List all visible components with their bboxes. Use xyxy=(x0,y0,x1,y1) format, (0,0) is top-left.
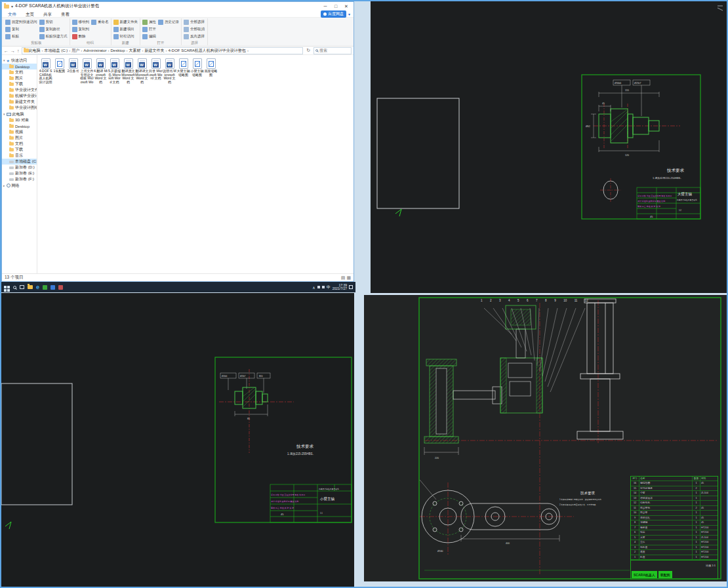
file-item[interactable]: 上传文件专用论文模板 Microsoft Word 文档 xyxy=(80,58,94,84)
nav-item[interactable]: 下载 xyxy=(2,81,37,87)
nav-item[interactable]: 本地磁盘 (C:) xyxy=(2,159,37,165)
ribbon-button[interactable]: 反向选择 xyxy=(184,33,205,40)
nav-section-this-pc[interactable]: ▾ 此电脑 xyxy=(2,111,37,117)
volume-icon[interactable] xyxy=(322,286,325,288)
file-item[interactable]: 2任务书 xyxy=(66,58,80,84)
nav-item[interactable]: 视频 xyxy=(2,129,37,135)
forward-icon[interactable]: → xyxy=(10,49,15,53)
file-item[interactable]: 说明书 Microsoft Word 文档 xyxy=(163,58,176,84)
action-center-icon[interactable] xyxy=(349,285,353,289)
file-item[interactable]: 翻译译文 Microsoft Word 文档 xyxy=(135,58,149,84)
nav-item[interactable]: 音乐 xyxy=(2,153,37,159)
breadcrumb-segment[interactable]: 此电脑 xyxy=(29,48,45,54)
ribbon-button[interactable]: 删除 xyxy=(72,33,90,40)
input-language-indicator[interactable]: 中 xyxy=(327,284,331,290)
thumbnail-view-icon[interactable]: ▦ xyxy=(346,275,351,281)
nav-item[interactable]: 新加卷 (E:) xyxy=(2,170,37,176)
ribbon-button[interactable]: 移动到 xyxy=(72,18,90,26)
file-item[interactable]: 4-DOF SCARA机器人机构设计说明书 xyxy=(39,58,52,84)
file-item[interactable]: 1装配图 xyxy=(52,58,66,84)
up-icon[interactable]: ↑ xyxy=(17,49,20,53)
chevron-down-icon[interactable]: ▾ xyxy=(3,58,5,62)
ribbon-button[interactable]: 属性 xyxy=(142,18,156,26)
network-tray-icon[interactable] xyxy=(317,286,320,288)
list-view-icon[interactable]: ▤ xyxy=(341,275,346,281)
nav-section-network[interactable]: ▸ 网络 xyxy=(2,182,37,189)
breadcrumb-segment[interactable]: 4-DOF SCARA机器人机构设计毕业设计整包 xyxy=(169,48,250,54)
ribbon-button[interactable]: 粘贴 xyxy=(5,33,37,40)
ribbon-button[interactable]: 粘贴快捷方式 xyxy=(39,33,68,40)
breadcrumb-segment[interactable]: 用户 xyxy=(71,48,83,54)
tab-home[interactable]: 主页 xyxy=(21,10,39,18)
taskbar-wechat-icon[interactable] xyxy=(43,285,47,290)
nav-item[interactable]: 图片 xyxy=(2,135,37,141)
chevron-right-icon[interactable]: ▸ xyxy=(3,184,5,187)
taskbar-clock[interactable]: 17:39 2021/7/27 xyxy=(333,284,347,291)
nav-item[interactable]: 机械毕业设计 xyxy=(2,93,37,99)
file-item[interactable]: 小臂主轴缩略图 xyxy=(190,58,204,84)
breadcrumb-segment[interactable]: 本地磁盘 (C:) xyxy=(45,48,72,54)
nav-item[interactable]: 下载 xyxy=(2,147,37,153)
promo-badge[interactable]: 百度网盘 xyxy=(321,10,346,18)
nav-item[interactable]: 新加卷 (F:) xyxy=(2,176,37,182)
nav-item[interactable]: 毕业设计文件 xyxy=(2,87,37,93)
nav-item[interactable]: 毕业设计图纸 xyxy=(2,105,37,111)
nav-item[interactable]: 3D 对象 xyxy=(2,117,37,123)
nav-item[interactable]: Desktop xyxy=(2,123,37,129)
ribbon-collapse-icon[interactable]: ▾ xyxy=(346,12,352,16)
file-item[interactable]: 翻译原文 Microsoft Word 文档 xyxy=(121,58,135,84)
nav-item[interactable]: 文档 xyxy=(2,69,37,75)
back-icon[interactable]: ← xyxy=(4,49,9,53)
ribbon-button[interactable]: 复制路径 xyxy=(39,26,68,33)
maximize-button[interactable]: □ xyxy=(331,2,341,10)
nav-item[interactable]: 文档 xyxy=(2,141,37,147)
file-item[interactable]: 底座缩略图 xyxy=(204,58,218,84)
ribbon-button[interactable]: 轻松访问 xyxy=(113,33,138,40)
nav-item[interactable]: 新建文件夹 xyxy=(2,99,37,105)
ribbon-button[interactable]: 复制到 xyxy=(72,26,90,33)
nav-item[interactable]: 新加卷 (D:) xyxy=(2,165,37,170)
taskbar-explorer-icon[interactable] xyxy=(28,285,33,289)
file-item[interactable]: 大臂主轴缩略图 xyxy=(176,58,190,84)
file-item[interactable]: 5.开题报告 Microsoft Word 文档 xyxy=(108,58,121,84)
tab-file[interactable]: 文件 xyxy=(3,10,21,18)
ribbon-button[interactable]: 新建文件夹 xyxy=(113,18,138,26)
breadcrumb-box[interactable]: 此电脑本地磁盘 (C:)用户AdministratorDesktop大素材新建文… xyxy=(22,47,304,54)
hidden-icons-icon[interactable]: ∧ xyxy=(312,285,315,290)
ribbon-button[interactable]: 重命名 xyxy=(91,18,109,26)
tab-share[interactable]: 共享 xyxy=(39,10,56,18)
taskbar-edge-icon[interactable]: e xyxy=(36,284,39,290)
file-item[interactable]: 4.翻译 Microsoft Word 文档 xyxy=(94,58,108,84)
minimize-button[interactable]: ─ xyxy=(320,2,331,10)
ribbon-button[interactable]: 复制 xyxy=(5,26,37,33)
search-box[interactable] xyxy=(313,47,352,54)
ribbon-button[interactable]: 历史记录 xyxy=(158,18,179,26)
viewport-corner-icon[interactable] xyxy=(718,6,723,10)
task-view-icon[interactable] xyxy=(20,285,24,289)
nav-item[interactable]: Desktop xyxy=(2,64,37,69)
ribbon-button[interactable]: 编辑 xyxy=(142,33,156,40)
start-button[interactable] xyxy=(4,286,7,288)
ribbon-button[interactable]: 固定到快速访问 xyxy=(5,18,37,26)
file-item[interactable]: 目录 Microsoft Word 文档 xyxy=(149,58,163,84)
breadcrumb-segment[interactable]: 大素材 xyxy=(129,48,145,54)
breadcrumb-segment[interactable]: 新建文件夹 xyxy=(145,48,169,54)
ribbon-button[interactable]: 新建项目 xyxy=(113,26,138,33)
ribbon-button[interactable]: 打开 xyxy=(142,26,156,33)
breadcrumb-segment[interactable]: Desktop xyxy=(111,49,129,52)
tab-view[interactable]: 查看 xyxy=(56,10,74,18)
nav-item[interactable]: 图片 xyxy=(2,75,37,81)
breadcrumb-segment[interactable]: Administrator xyxy=(83,49,110,52)
taskbar-netdisk-icon[interactable] xyxy=(51,285,55,290)
refresh-icon[interactable]: ↻ xyxy=(305,48,312,53)
nav-section-quick-access[interactable]: ▾ ★ 快速访问 xyxy=(2,57,37,64)
ribbon-button[interactable]: 剪切 xyxy=(39,18,68,26)
ribbon-button[interactable]: 全部取消 xyxy=(184,26,205,33)
chevron-down-icon[interactable]: ▾ xyxy=(3,112,5,116)
search-input[interactable] xyxy=(319,49,350,52)
taskbar-search-icon[interactable] xyxy=(13,286,16,289)
taskbar-cad-app-icon[interactable] xyxy=(58,285,63,290)
close-button[interactable]: ✕ xyxy=(341,2,352,10)
quick-access-toolbar-icon[interactable]: ▾ xyxy=(11,4,13,9)
ribbon-button[interactable]: 全部选择 xyxy=(184,18,205,26)
